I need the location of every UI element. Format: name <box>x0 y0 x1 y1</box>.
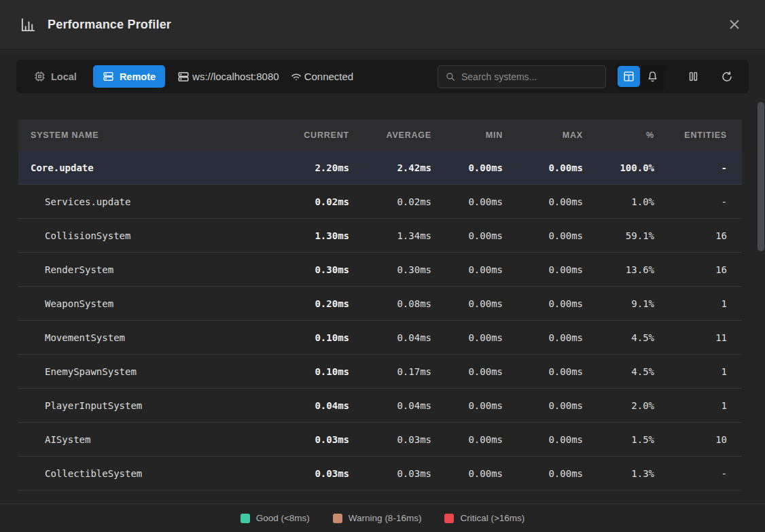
entities-cell: 1 <box>657 366 742 377</box>
view-toggle-group <box>616 64 666 89</box>
entities-cell: - <box>657 162 742 173</box>
percent-cell: 13.6% <box>586 264 657 275</box>
current-cell: 0.30ms <box>284 264 352 275</box>
legend-swatch-icon <box>444 514 454 523</box>
average-cell: 0.03ms <box>352 468 434 479</box>
percent-cell: 9.1% <box>586 298 657 309</box>
legend-label: Warning (8-16ms) <box>349 513 422 523</box>
entities-cell: 10 <box>657 434 742 445</box>
system-name-cell: RenderSystem <box>18 264 284 275</box>
table-header-row: SYSTEM NAME CURRENT AVERAGE MIN MAX % EN… <box>18 120 742 151</box>
average-cell: 2.42ms <box>352 162 434 173</box>
legend-item: Critical (>16ms) <box>444 513 524 523</box>
close-button[interactable] <box>724 14 745 35</box>
alerts-button[interactable] <box>641 66 664 87</box>
min-cell: 0.00ms <box>434 400 505 411</box>
min-cell: 0.00ms <box>434 434 505 445</box>
toolbar: Local Remote ws://localhost:8080 <box>16 60 749 93</box>
current-cell: 0.04ms <box>284 400 352 411</box>
average-cell: 0.08ms <box>352 298 434 309</box>
legend-label: Good (<8ms) <box>256 513 310 523</box>
column-header-system-name: SYSTEM NAME <box>18 130 284 140</box>
max-cell: 0.00ms <box>505 298 586 309</box>
max-cell: 0.00ms <box>505 230 586 241</box>
average-cell: 0.17ms <box>352 366 434 377</box>
table-row[interactable]: Services.update 0.02ms 0.02ms 0.00ms 0.0… <box>18 185 742 219</box>
max-cell: 0.00ms <box>505 332 586 343</box>
current-cell: 0.03ms <box>284 468 352 479</box>
max-cell: 0.00ms <box>505 366 586 377</box>
legend-swatch-icon <box>333 514 342 523</box>
remote-mode-button[interactable]: Remote <box>93 65 165 88</box>
entities-cell: 16 <box>657 230 742 241</box>
entities-cell: 1 <box>657 400 742 411</box>
min-cell: 0.00ms <box>434 230 505 241</box>
system-name-cell: AISystem <box>18 434 284 445</box>
server-icon <box>103 71 114 82</box>
table-row[interactable]: WeaponSystem 0.20ms 0.08ms 0.00ms 0.00ms… <box>18 287 742 321</box>
min-cell: 0.00ms <box>434 366 505 377</box>
bar-chart-icon <box>20 17 36 33</box>
min-cell: 0.00ms <box>434 298 505 309</box>
system-name-cell: CollectibleSystem <box>18 468 284 479</box>
average-cell: 0.03ms <box>352 434 434 445</box>
table-row[interactable]: CollectibleSystem 0.03ms 0.03ms 0.00ms 0… <box>18 457 742 491</box>
table-layout-icon <box>623 71 635 82</box>
legend-label: Critical (>16ms) <box>460 513 524 523</box>
current-cell: 0.10ms <box>284 366 352 377</box>
max-cell: 0.00ms <box>505 264 586 275</box>
entities-cell: 16 <box>657 264 742 275</box>
pause-button[interactable] <box>682 66 704 88</box>
table-row[interactable]: CollisionSystem 1.30ms 1.34ms 0.00ms 0.0… <box>18 219 742 253</box>
systems-table: SYSTEM NAME CURRENT AVERAGE MIN MAX % EN… <box>18 120 742 491</box>
percent-cell: 59.1% <box>586 230 657 241</box>
percent-cell: 4.5% <box>586 366 657 377</box>
column-header-entities: ENTITIES <box>657 130 742 140</box>
search-icon <box>445 71 456 82</box>
percent-cell: 2.0% <box>586 400 657 411</box>
current-cell: 2.20ms <box>284 162 352 173</box>
title-bar: Performance Profiler <box>0 0 765 50</box>
table-row[interactable]: Core.update 2.20ms 2.42ms 0.00ms 0.00ms … <box>18 151 742 185</box>
min-cell: 0.00ms <box>434 162 505 173</box>
max-cell: 0.00ms <box>505 468 586 479</box>
local-mode-button[interactable]: Local <box>24 65 86 88</box>
connection-url-text: ws://localhost:8080 <box>192 71 279 82</box>
legend-item: Warning (8-16ms) <box>333 513 422 523</box>
table-row[interactable]: AISystem 0.03ms 0.03ms 0.00ms 0.00ms 1.5… <box>18 423 742 457</box>
entities-cell: - <box>657 468 742 479</box>
connection-status: Connected <box>290 71 354 83</box>
max-cell: 0.00ms <box>505 196 586 207</box>
table-row[interactable]: EnemySpawnSystem 0.10ms 0.17ms 0.00ms 0.… <box>18 355 742 389</box>
table-body: Core.update 2.20ms 2.42ms 0.00ms 0.00ms … <box>18 151 742 491</box>
close-icon <box>728 18 741 31</box>
refresh-button[interactable] <box>716 66 738 88</box>
system-name-cell: PlayerInputSystem <box>18 400 284 411</box>
connection-url: ws://localhost:8080 <box>177 71 279 83</box>
current-cell: 0.02ms <box>284 196 352 207</box>
scrollbar-thumb[interactable] <box>758 102 764 251</box>
legend-swatch-icon <box>241 514 250 523</box>
average-cell: 0.02ms <box>352 196 434 207</box>
table-row[interactable]: RenderSystem 0.30ms 0.30ms 0.00ms 0.00ms… <box>18 253 742 287</box>
local-mode-label: Local <box>51 71 77 82</box>
min-cell: 0.00ms <box>434 264 505 275</box>
entities-cell: 1 <box>657 298 742 309</box>
table-row[interactable]: MovementSystem 0.10ms 0.04ms 0.00ms 0.00… <box>18 321 742 355</box>
average-cell: 0.04ms <box>352 400 434 411</box>
table-row[interactable]: PlayerInputSystem 0.04ms 0.04ms 0.00ms 0… <box>18 389 742 423</box>
system-name-cell: Services.update <box>18 196 284 207</box>
current-cell: 0.20ms <box>284 298 352 309</box>
current-cell: 0.10ms <box>284 332 352 343</box>
max-cell: 0.00ms <box>505 400 586 411</box>
legend: Good (<8ms) Warning (8-16ms) Critical (>… <box>241 513 525 523</box>
legend-item: Good (<8ms) <box>241 513 310 523</box>
search-input[interactable] <box>461 71 599 82</box>
table-view-button[interactable] <box>618 66 640 87</box>
column-header-average: AVERAGE <box>352 130 434 140</box>
pause-icon <box>688 71 699 82</box>
bell-icon <box>647 71 658 82</box>
min-cell: 0.00ms <box>434 196 505 207</box>
system-name-cell: Core.update <box>18 162 284 173</box>
entities-cell: - <box>657 196 742 207</box>
